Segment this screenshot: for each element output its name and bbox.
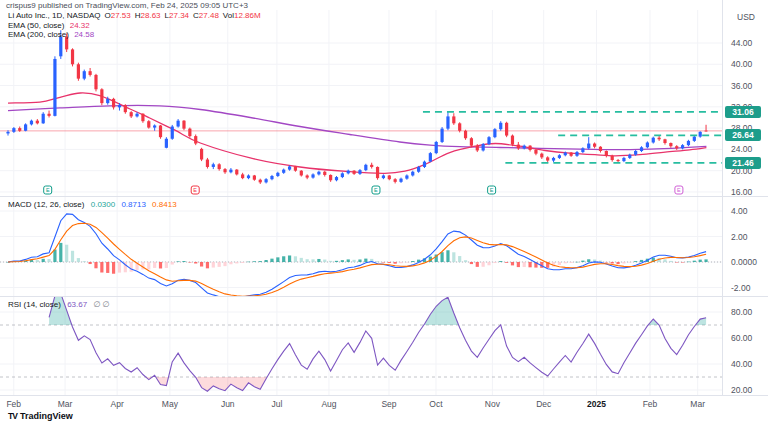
candle: [364, 165, 367, 170]
candle: [276, 173, 279, 176]
macd-histogram-bar: [687, 262, 690, 263]
rsi-tick-label: 80.00: [731, 307, 752, 317]
macd-histogram-bar: [182, 261, 185, 262]
macd-histogram-bar: [587, 259, 590, 262]
time-tick-label: Nov: [485, 399, 500, 409]
macd-histogram-bar: [581, 261, 584, 262]
ema200-legend-row[interactable]: EMA (200, close) 24.58: [8, 30, 261, 40]
macd-histogram-bar: [528, 262, 531, 267]
candle: [405, 175, 408, 178]
candle: [89, 71, 92, 75]
macd-histogram-bar: [458, 256, 461, 262]
macd-tick-label: 2.00: [731, 232, 748, 242]
candle: [36, 121, 39, 124]
candle: [552, 158, 555, 161]
macd-histogram-bar: [499, 261, 502, 262]
candle: [12, 128, 15, 132]
candle: [587, 144, 590, 149]
candle: [229, 170, 232, 173]
candle: [669, 143, 672, 146]
candle: [171, 127, 174, 139]
earnings-marker[interactable]: E: [191, 186, 199, 194]
earnings-marker[interactable]: E: [488, 186, 496, 194]
time-axis[interactable]: FebMarAprMayJunJulAugSepOctNovDec2025Feb…: [0, 397, 723, 411]
candle: [564, 153, 567, 156]
macd-histogram-bar: [364, 259, 367, 262]
macd-histogram-bar: [611, 262, 614, 264]
macd-histogram-bar: [675, 262, 678, 263]
candle: [505, 123, 508, 136]
macd-histogram-bar: [94, 262, 97, 268]
candle: [206, 160, 209, 167]
ohlc-value: 12.86M: [234, 11, 261, 20]
candle: [476, 146, 479, 151]
candle: [341, 173, 344, 177]
macd-histogram-bar: [405, 262, 408, 263]
candle: [118, 105, 121, 107]
macd-histogram-bar: [335, 261, 338, 262]
ema200-line[interactable]: [8, 105, 706, 149]
candle: [241, 174, 244, 178]
macd-histogram-bar: [476, 262, 479, 267]
macd-histogram-bar: [282, 256, 285, 262]
candle: [77, 64, 80, 78]
rsi-legend-row[interactable]: RSI (14, close) 63.67 ∅ ∅: [8, 300, 110, 310]
candle: [94, 75, 97, 89]
candle: [47, 114, 50, 116]
macd-histogram-bar: [270, 259, 273, 262]
candle: [282, 170, 285, 173]
candle: [317, 172, 320, 175]
ohlc-value: 28.63: [141, 11, 161, 20]
candle: [24, 124, 27, 130]
candle: [323, 172, 326, 175]
tradingview-mark-icon: TV: [8, 411, 17, 421]
candle: [253, 175, 256, 179]
candle: [534, 150, 537, 154]
macd-histogram-bar: [640, 260, 643, 262]
time-tick-label: Mar: [58, 399, 73, 409]
candle: [124, 105, 127, 112]
candle: [235, 170, 238, 175]
macd-histogram-bar: [628, 262, 631, 263]
rsi-tick-label: 40.00: [731, 359, 752, 369]
candle: [440, 129, 443, 142]
rsi-value: 63.67: [67, 300, 87, 309]
macd-histogram-bar: [440, 252, 443, 262]
macd-signal-line[interactable]: [8, 223, 706, 296]
candle: [704, 131, 707, 132]
candle: [517, 145, 520, 149]
candle: [18, 128, 21, 131]
macd-histogram-bar: [317, 259, 320, 262]
candle: [265, 179, 268, 182]
macd-histogram-bar: [505, 262, 508, 263]
candle: [487, 137, 490, 144]
rsi-line[interactable]: [49, 294, 706, 392]
chart-area[interactable]: EEEEE: [0, 0, 768, 427]
candle: [153, 125, 156, 127]
rsi-label: RSI (14, close): [8, 300, 61, 309]
symbol-legend-row[interactable]: Li Auto Inc., 1D, NASDAQO27.53H28.63L27.…: [8, 11, 261, 21]
macd-histogram-bar: [558, 262, 561, 265]
earnings-marker[interactable]: E: [675, 186, 683, 194]
macd-histogram-bar: [253, 261, 256, 262]
macd-histogram-bar: [663, 259, 666, 262]
ema50-legend-row[interactable]: EMA (50, close) 24.32: [8, 21, 261, 31]
time-tick-label: Oct: [429, 399, 442, 409]
macd-histogram-bar: [487, 262, 490, 265]
macd-tick-label: 4.00: [731, 206, 748, 216]
macd-histogram-bar: [470, 262, 473, 264]
candle: [247, 175, 250, 178]
time-tick-label: Apr: [111, 399, 124, 409]
macd-label: MACD (12, 26, close): [8, 200, 84, 209]
macd-legend-row[interactable]: MACD (12, 26, close) 0.0300 0.8713 0.841…: [8, 200, 177, 210]
price-axis[interactable]: USD 44.0040.0036.0032.0028.0024.0020.001…: [723, 0, 768, 396]
ema50-value: 24.32: [70, 21, 90, 30]
macd-line[interactable]: [8, 214, 706, 298]
tradingview-logo[interactable]: TV TradingView: [8, 411, 73, 421]
candle: [493, 129, 496, 137]
earnings-marker[interactable]: E: [372, 186, 380, 194]
macd-histogram-bar: [100, 262, 103, 273]
macd-histogram-bar: [446, 250, 449, 262]
earnings-marker[interactable]: E: [44, 186, 52, 194]
candle: [693, 137, 696, 141]
